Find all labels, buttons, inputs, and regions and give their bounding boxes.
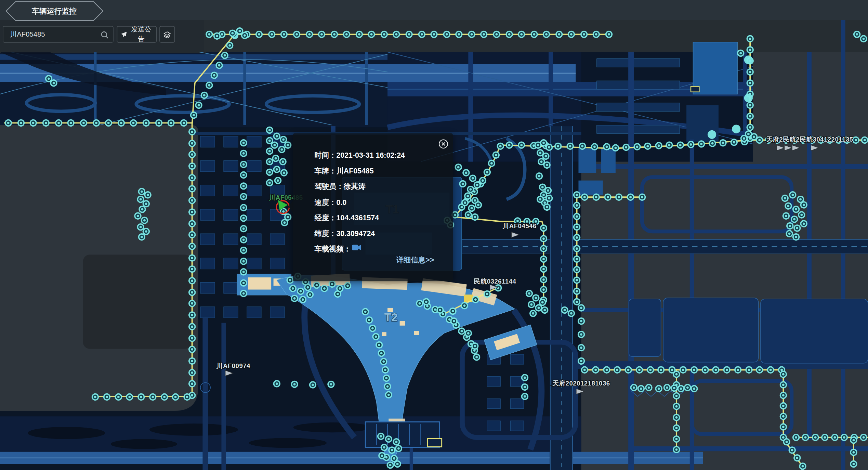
- vehicle-marker[interactable]: [821, 434, 828, 441]
- vehicle-marker[interactable]: [271, 141, 278, 148]
- vehicle-marker[interactable]: [671, 384, 678, 392]
- vehicle-marker[interactable]: [418, 31, 425, 38]
- vehicle-marker[interactable]: [188, 369, 196, 376]
- vehicle-marker[interactable]: [737, 50, 744, 57]
- vehicle-marker[interactable]: [792, 434, 800, 441]
- vehicle-marker[interactable]: [279, 158, 286, 165]
- vehicle-marker[interactable]: [240, 290, 247, 297]
- vehicle-marker[interactable]: [240, 161, 247, 168]
- vehicle-marker[interactable]: [443, 31, 450, 38]
- vehicle-marker[interactable]: [573, 191, 580, 198]
- vehicle-marker[interactable]: [747, 68, 754, 76]
- vehicle-marker[interactable]: [673, 446, 680, 453]
- vehicle-marker[interactable]: [289, 285, 297, 292]
- vehicle-marker[interactable]: [639, 194, 646, 201]
- vehicle-marker[interactable]: [383, 375, 390, 382]
- vehicle-marker[interactable]: [605, 31, 613, 38]
- vehicle-marker[interactable]: [144, 191, 151, 198]
- vehicle-marker[interactable]: [226, 42, 233, 49]
- vehicle-marker[interactable]: [745, 366, 752, 374]
- vehicle-marker[interactable]: [800, 201, 807, 208]
- vehicle-marker[interactable]: [677, 141, 684, 148]
- vehicle-marker[interactable]: [622, 144, 630, 151]
- vehicle-marker[interactable]: [750, 133, 758, 140]
- vehicle-marker[interactable]: [781, 195, 789, 202]
- vehicle-marker[interactable]: [780, 392, 787, 399]
- vehicle-marker[interactable]: [841, 434, 848, 441]
- vehicle-marker[interactable]: [673, 371, 680, 378]
- vehicle-marker[interactable]: [206, 31, 213, 38]
- vehicle-marker[interactable]: [273, 132, 280, 140]
- vehicle-marker[interactable]: [792, 233, 800, 240]
- vehicle-marker[interactable]: [767, 366, 774, 374]
- vehicle-marker[interactable]: [480, 31, 487, 38]
- vehicle-marker[interactable]: [578, 304, 585, 311]
- vehicle-marker[interactable]: [278, 146, 285, 153]
- vehicle-marker[interactable]: [800, 220, 807, 227]
- vehicle-marker[interactable]: [471, 342, 478, 350]
- vehicle-marker[interactable]: [386, 461, 394, 469]
- vehicle-marker[interactable]: [488, 160, 495, 167]
- vehicle-search-box[interactable]: [3, 26, 114, 43]
- vehicle-marker[interactable]: [578, 357, 585, 365]
- vehicle-marker[interactable]: [299, 296, 306, 303]
- vehicle-marker[interactable]: [155, 119, 162, 127]
- vehicle-marker[interactable]: [266, 179, 273, 186]
- vehicle-marker[interactable]: [536, 172, 543, 180]
- vehicle-marker[interactable]: [732, 125, 740, 133]
- vehicle-marker[interactable]: [17, 119, 25, 127]
- vehicle-marker[interactable]: [188, 231, 196, 238]
- vehicle-marker[interactable]: [624, 366, 632, 374]
- vehicle-marker[interactable]: [241, 32, 248, 39]
- vehicle-marker[interactable]: [792, 206, 800, 213]
- vehicle-marker[interactable]: [149, 393, 156, 401]
- vehicle-marker[interactable]: [240, 279, 247, 286]
- vehicle-marker[interactable]: [304, 284, 311, 291]
- vehicle-marker[interactable]: [206, 82, 213, 89]
- vehicle-marker[interactable]: [593, 194, 600, 201]
- vehicle-marker[interactable]: [273, 380, 280, 387]
- vehicle-marker[interactable]: [712, 366, 719, 374]
- layers-button[interactable]: [159, 26, 175, 43]
- vehicle-marker[interactable]: [240, 225, 247, 232]
- vehicle-marker[interactable]: [464, 192, 471, 199]
- vehicle-marker[interactable]: [543, 31, 550, 38]
- vehicle-marker[interactable]: [306, 291, 314, 298]
- vehicle-marker[interactable]: [137, 393, 145, 401]
- vehicle-marker[interactable]: [708, 130, 716, 139]
- vehicle-marker[interactable]: [684, 384, 691, 391]
- vehicle-marker[interactable]: [393, 438, 400, 445]
- vehicle-marker[interactable]: [579, 143, 586, 150]
- vehicle-marker[interactable]: [188, 357, 196, 365]
- vehicle-marker[interactable]: [521, 383, 528, 391]
- vehicle-marker[interactable]: [240, 193, 247, 200]
- vehicle-marker[interactable]: [545, 144, 553, 151]
- vehicle-marker[interactable]: [526, 290, 533, 297]
- vehicle-marker[interactable]: [860, 434, 867, 441]
- vehicle-marker[interactable]: [592, 366, 599, 374]
- vehicle-marker[interactable]: [382, 366, 389, 374]
- vehicle-label[interactable]: 民航03261144: [474, 278, 516, 285]
- vehicle-marker[interactable]: [362, 308, 369, 315]
- vehicle-marker[interactable]: [130, 119, 137, 127]
- vehicle-marker[interactable]: [465, 330, 472, 337]
- vehicle-marker[interactable]: [691, 385, 698, 392]
- vehicle-marker[interactable]: [518, 141, 525, 148]
- video-camera-icon[interactable]: [352, 241, 361, 257]
- vehicle-marker[interactable]: [188, 151, 196, 158]
- vehicle-marker[interactable]: [183, 393, 190, 401]
- vehicle-marker[interactable]: [423, 298, 430, 305]
- vehicle-marker[interactable]: [780, 371, 787, 378]
- vehicle-marker[interactable]: [573, 213, 580, 220]
- vehicle-marker[interactable]: [472, 296, 479, 303]
- vehicle-marker[interactable]: [221, 52, 228, 59]
- vehicle-marker[interactable]: [799, 462, 806, 470]
- vehicle-marker[interactable]: [568, 310, 575, 317]
- vehicle-marker[interactable]: [268, 31, 275, 38]
- vehicle-marker[interactable]: [188, 140, 196, 147]
- vehicle-marker[interactable]: [655, 142, 662, 149]
- vehicle-marker[interactable]: [573, 276, 580, 284]
- vehicle-marker[interactable]: [272, 155, 279, 162]
- vehicle-marker[interactable]: [240, 247, 247, 254]
- vehicle-marker[interactable]: [782, 212, 790, 220]
